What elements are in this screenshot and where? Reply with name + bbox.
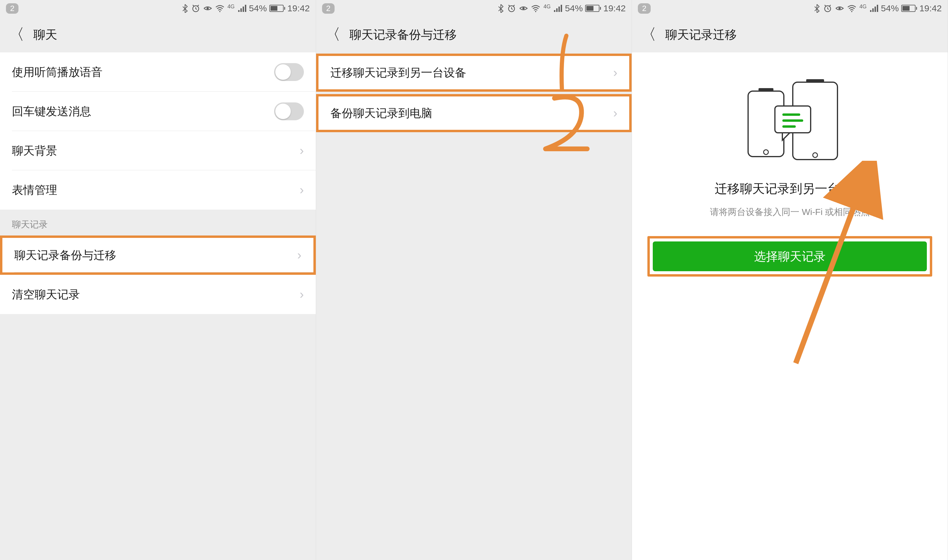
row-migrate-to-device[interactable]: 迁移聊天记录到另一台设备 ›	[316, 54, 632, 92]
svg-rect-5	[242, 6, 244, 12]
signal-icon	[238, 5, 247, 12]
button-label: 选择聊天记录	[754, 248, 826, 265]
alarm-icon	[191, 4, 200, 13]
wifi-icon	[847, 5, 857, 12]
transfer-heading: 迁移聊天记录到另一台设备	[715, 180, 865, 197]
svg-rect-29	[782, 119, 803, 122]
nav-bar: 〈 聊天记录迁移	[632, 17, 948, 52]
row-label: 聊天记录备份与迁移	[14, 248, 116, 263]
nav-bar: 〈 聊天记录备份与迁移	[316, 17, 632, 52]
svg-rect-10	[554, 10, 556, 12]
wifi-icon	[531, 5, 540, 12]
toggle-speaker[interactable]	[274, 63, 304, 81]
svg-point-9	[535, 11, 536, 12]
network-label: 4G	[543, 3, 550, 10]
toggle-enter-send[interactable]	[274, 102, 304, 120]
alarm-icon	[823, 4, 832, 13]
eye-icon	[519, 4, 528, 13]
svg-rect-13	[561, 5, 562, 12]
page-title: 聊天记录备份与迁移	[350, 26, 457, 43]
alarm-icon	[507, 4, 516, 13]
status-icons: 4G	[814, 4, 879, 13]
chevron-right-icon: ›	[613, 66, 617, 80]
network-label: 4G	[860, 3, 867, 10]
svg-rect-25	[806, 79, 824, 82]
section-header-chat-history: 聊天记录	[0, 209, 316, 235]
svg-rect-28	[782, 114, 800, 116]
row-label: 使用听筒播放语音	[12, 65, 102, 80]
wifi-icon	[215, 5, 225, 12]
status-bar: 2 4G 54% 19:42	[632, 0, 948, 17]
chevron-right-icon: ›	[298, 248, 302, 262]
battery-percent: 54%	[881, 3, 899, 14]
status-icons: 4G	[498, 4, 563, 13]
row-chat-background[interactable]: 聊天背景 ›	[0, 131, 316, 170]
battery-icon	[585, 5, 601, 12]
eye-icon	[203, 4, 212, 13]
battery-icon	[269, 5, 285, 12]
transfer-subtitle: 请将两台设备接入同一 Wi-Fi 或相同热点	[710, 206, 870, 218]
svg-rect-22	[758, 88, 774, 91]
clock: 19:42	[603, 3, 626, 14]
battery-icon	[901, 5, 917, 12]
bluetooth-icon	[182, 4, 188, 13]
svg-rect-11	[556, 8, 558, 12]
chevron-right-icon: ›	[613, 106, 617, 120]
status-bar: 2 4G 54% 19:42	[316, 0, 632, 17]
back-button[interactable]: 〈	[9, 24, 25, 45]
clock: 19:42	[288, 3, 310, 14]
svg-rect-12	[559, 6, 560, 12]
bluetooth-icon	[498, 4, 504, 13]
row-label: 迁移聊天记录到另一台设备	[330, 65, 466, 80]
svg-rect-20	[877, 5, 878, 12]
svg-rect-18	[872, 8, 874, 12]
row-clear-history[interactable]: 清空聊天记录 ›	[0, 275, 316, 314]
svg-point-2	[219, 11, 220, 12]
page-title: 聊天	[33, 26, 57, 43]
svg-rect-3	[238, 10, 239, 12]
notification-badge: 2	[322, 3, 334, 14]
svg-rect-4	[240, 8, 242, 12]
row-label: 清空聊天记录	[12, 287, 80, 302]
signal-icon	[553, 5, 563, 12]
svg-rect-19	[874, 6, 876, 12]
svg-point-1	[207, 7, 209, 9]
row-label: 聊天背景	[12, 143, 57, 158]
row-backup-to-pc[interactable]: 备份聊天记录到电脑 ›	[316, 94, 632, 132]
select-chat-history-button[interactable]: 选择聊天记录	[653, 242, 927, 271]
row-enter-send[interactable]: 回车键发送消息	[0, 92, 316, 131]
status-icons: 4G	[182, 4, 247, 13]
row-label: 备份聊天记录到电脑	[330, 106, 432, 121]
chevron-right-icon: ›	[300, 143, 304, 158]
page-title: 聊天记录迁移	[665, 26, 737, 43]
migrate-content: 迁移聊天记录到另一台设备 请将两台设备接入同一 Wi-Fi 或相同热点 选择聊天…	[632, 52, 948, 560]
svg-rect-6	[245, 5, 247, 12]
row-emoji-management[interactable]: 表情管理 ›	[0, 170, 316, 209]
row-backup-migrate[interactable]: 聊天记录备份与迁移 ›	[0, 235, 316, 275]
bluetooth-icon	[814, 4, 820, 13]
svg-point-16	[851, 11, 852, 12]
screen-migrate: 2 4G 54% 19:42 〈 聊天记录迁移	[632, 0, 948, 560]
eye-icon	[835, 4, 844, 13]
clock: 19:42	[919, 3, 942, 14]
svg-point-15	[839, 7, 841, 9]
back-button[interactable]: 〈	[325, 24, 341, 45]
chevron-right-icon: ›	[300, 287, 304, 302]
status-bar: 2 4G 54% 19:42	[0, 0, 316, 17]
two-phones-illustration	[730, 73, 849, 163]
notification-badge: 2	[638, 3, 650, 14]
back-button[interactable]: 〈	[641, 24, 656, 45]
row-speaker-playback[interactable]: 使用听筒播放语音	[0, 52, 316, 92]
battery-percent: 54%	[565, 3, 583, 14]
signal-icon	[869, 5, 879, 12]
network-label: 4G	[228, 3, 235, 10]
notification-badge: 2	[6, 3, 18, 14]
svg-rect-17	[870, 10, 871, 12]
screen-backup-migrate: 2 4G 54% 19:42 〈 聊天记录备份与迁移 迁移聊天记录到另一台设备 …	[316, 0, 632, 560]
battery-percent: 54%	[249, 3, 267, 14]
row-label: 表情管理	[12, 183, 57, 198]
chevron-right-icon: ›	[300, 183, 304, 197]
screen-chat-settings: 2 4G 54% 19:42 〈 聊天 使用听筒播放语音	[0, 0, 316, 560]
nav-bar: 〈 聊天	[0, 17, 316, 52]
svg-rect-30	[782, 125, 796, 128]
